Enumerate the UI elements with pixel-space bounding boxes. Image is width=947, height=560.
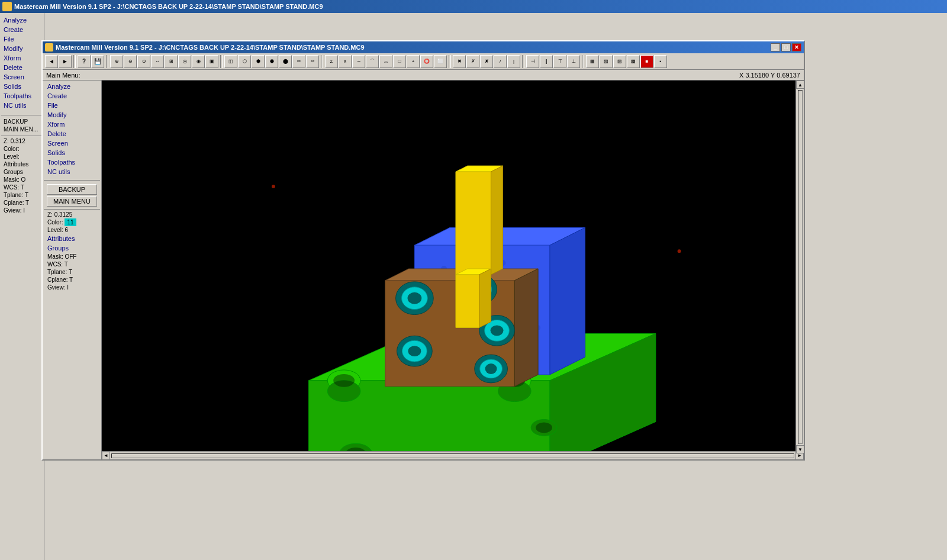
inner-title: Mastercam Mill Version 9.1 SP2 - J:\CNCT… [56, 44, 365, 51]
toolbar-btn-22[interactable]: + [407, 55, 420, 68]
maximize-button[interactable]: □ [781, 43, 791, 52]
sidebar-item-ncutils[interactable]: NC utils [1, 101, 43, 110]
menu-ncutils[interactable]: NC utils [44, 167, 100, 176]
tplane-value: T [69, 269, 72, 275]
toolbar-btn-21[interactable]: □ [393, 55, 406, 68]
toolbar-btn-16[interactable]: Σ [325, 55, 338, 68]
close-button[interactable]: ✕ [792, 43, 801, 52]
menu-solids[interactable]: Solids [44, 148, 100, 157]
toolbar-btn-23[interactable]: ⭕ [420, 55, 433, 68]
menu-analyze[interactable]: Analyze [44, 82, 100, 91]
toolbar-btn-36[interactable]: ▨ [613, 55, 626, 68]
sidebar-item-delete[interactable]: Delete [1, 63, 43, 72]
toolbar-btn-5[interactable]: ⊞ [165, 55, 178, 68]
sidebar-item-xform[interactable]: Xform [1, 53, 43, 63]
toolbar-btn-save[interactable]: 💾 [91, 55, 104, 68]
toolbar-btn-13[interactable]: ⬤ [279, 55, 292, 68]
sidebar-item-file[interactable]: File [1, 34, 43, 44]
toolbar-btn-28[interactable]: / [494, 55, 507, 68]
sidebar-item-solids[interactable]: Solids [1, 82, 43, 91]
toolbar-btn-26[interactable]: ✗ [466, 55, 479, 68]
vertical-scrollbar[interactable]: ▲ ▼ [795, 81, 804, 451]
menu-toolpaths[interactable]: Toolpaths [44, 157, 100, 167]
scroll-up-button[interactable]: ▲ [796, 81, 804, 89]
sidebar-item-analyze[interactable]: Analyze [1, 15, 43, 25]
mainmenu-button[interactable]: MAIN MENU [47, 196, 98, 207]
toolbar-btn-8[interactable]: ▣ [205, 55, 218, 68]
toolbar-btn-10[interactable]: ⬡ [238, 55, 251, 68]
menu-delete[interactable]: Delete [44, 129, 100, 139]
svg-marker-47 [456, 172, 491, 275]
toolbar-btn-39[interactable]: ▪ [654, 55, 667, 68]
toolbar-btn-right[interactable]: ► [59, 55, 72, 68]
toolbar-btn-18[interactable]: ∼ [352, 55, 365, 68]
inner-toolbar: ◄ ► ? 💾 ⊕ ⊖ ⊙ ↔ ⊞ ◎ ◉ ▣ ◫ ⬡ ⬢ ⬣ ⬤ [43, 53, 804, 70]
toolbar-btn-33[interactable]: ⊥ [567, 55, 580, 68]
status-left: Main Menu: [46, 72, 80, 79]
menu-modify[interactable]: Modify [44, 110, 100, 120]
sidebar-z: Z: 0.312 [1, 137, 43, 145]
sidebar-item-modify[interactable]: Modify [1, 44, 43, 53]
level-display: Level: 6 [44, 226, 100, 234]
color-display: Color: 11 [44, 218, 100, 226]
toolbar-btn-1[interactable]: ⊕ [110, 55, 123, 68]
menu-xform[interactable]: Xform [44, 120, 100, 129]
toolbar-btn-34[interactable]: ▦ [586, 55, 599, 68]
gview-value: I [67, 284, 69, 291]
svg-point-39 [491, 325, 504, 336]
toolbar-btn-6[interactable]: ◎ [178, 55, 191, 68]
toolbar-btn-35[interactable]: ▧ [600, 55, 613, 68]
toolbar-btn-7[interactable]: ◉ [192, 55, 205, 68]
toolbar-btn-2[interactable]: ⊖ [124, 55, 137, 68]
toolbar-btn-17[interactable]: ∧ [339, 55, 352, 68]
toolbar-btn-29[interactable]: | [507, 55, 520, 68]
toolbar-btn-25[interactable]: ✖ [453, 55, 466, 68]
svg-point-1 [272, 185, 275, 188]
toolbar-btn-20[interactable]: ⌓ [379, 55, 392, 68]
groups-button[interactable]: Groups [44, 243, 100, 253]
viewport-3d[interactable]: MASTERCAM [102, 81, 804, 459]
toolbar-btn-38[interactable]: ■ [640, 55, 653, 68]
sidebar-item-screen[interactable]: Screen [1, 72, 43, 82]
toolbar-sep-6 [522, 55, 524, 68]
menu-file[interactable]: File [44, 101, 100, 110]
toolbar-btn-32[interactable]: ⊤ [553, 55, 566, 68]
toolbar-btn-9[interactable]: ◫ [224, 55, 237, 68]
toolbar-btn-24[interactable]: ⬜ [434, 55, 447, 68]
scroll-down-button[interactable]: ▼ [796, 445, 804, 453]
toolbar-btn-11[interactable]: ⬢ [252, 55, 265, 68]
cplane-label: Cplane: [47, 276, 69, 283]
minimize-button[interactable]: _ [771, 43, 780, 52]
toolbar-btn-37[interactable]: ▩ [627, 55, 640, 68]
toolbar-btn-12[interactable]: ⬣ [265, 55, 278, 68]
menu-create[interactable]: Create [44, 91, 100, 101]
horizontal-scrollbar[interactable]: ◄ ► [102, 451, 804, 459]
mask-display: Mask: OFF [44, 253, 100, 260]
mask-value: OFF [65, 253, 76, 260]
sidebar-item-toolpaths[interactable]: Toolpaths [1, 91, 43, 101]
cplane-value: T [69, 276, 73, 283]
toolbar-btn-4[interactable]: ↔ [151, 55, 164, 68]
toolbar-btn-19[interactable]: ⌒ [366, 55, 379, 68]
toolbar-btn-31[interactable]: ‖ [540, 55, 553, 68]
toolbar-btn-3[interactable]: ⊙ [137, 55, 150, 68]
svg-point-33 [407, 292, 421, 304]
svg-marker-51 [479, 269, 491, 327]
3d-scene-svg: MASTERCAM [102, 81, 804, 459]
sidebar-item-create[interactable]: Create [1, 25, 43, 34]
toolbar-sep-4 [321, 55, 323, 68]
toolbar-btn-30[interactable]: ⊣ [526, 55, 539, 68]
toolbar-btn-14[interactable]: ✏ [292, 55, 305, 68]
inner-statusbar: Main Menu: X 3.15180 Y 0.69137 [43, 70, 804, 81]
toolbar-btn-arrow[interactable]: ◄ [45, 55, 58, 68]
desktop: Mastercam Mill Version 9.1 SP2 - J:\CNCT… [0, 0, 947, 560]
toolbar-btn-help[interactable]: ? [78, 55, 91, 68]
status-coords: X 3.15180 Y 0.69137 [739, 72, 800, 79]
toolbar-btn-15[interactable]: ✂ [306, 55, 319, 68]
wcs-value: T [65, 261, 68, 268]
toolbar-btn-27[interactable]: ✘ [480, 55, 493, 68]
attributes-button[interactable]: Attributes [44, 234, 100, 243]
menu-screen[interactable]: Screen [44, 139, 100, 148]
backup-button[interactable]: BACKUP [47, 184, 98, 195]
scroll-left-button[interactable]: ◄ [102, 452, 110, 460]
